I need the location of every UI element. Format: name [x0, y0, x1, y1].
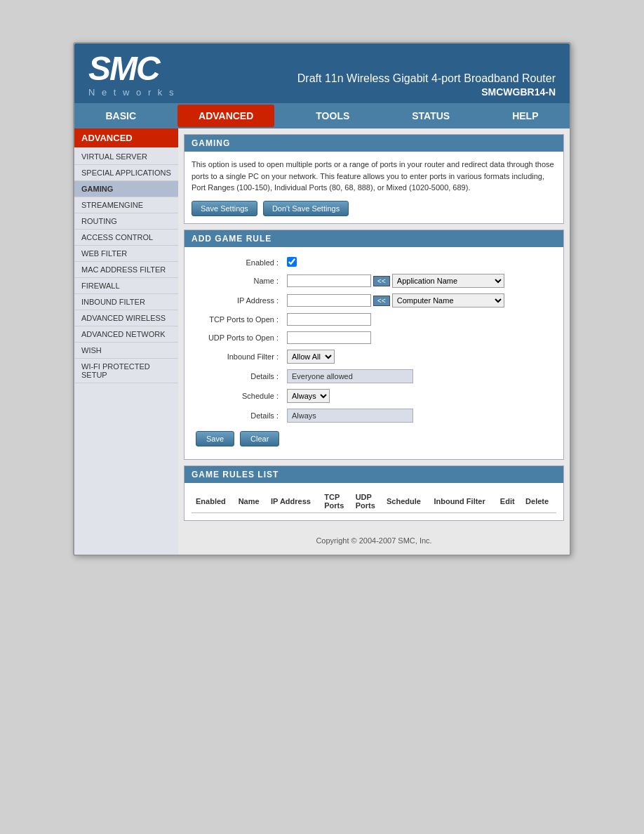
smc-logo: SMC	[88, 52, 175, 86]
col-delete: Delete	[521, 490, 556, 513]
schedule-select-row: Always	[287, 389, 552, 403]
application-name-select[interactable]: Application Name	[392, 274, 504, 288]
product-title: Draft 11n Wireless Gigabit 4-port Broadb…	[297, 72, 556, 85]
schedule-cell: Always	[283, 386, 556, 406]
networks-text: N e t w o r k s	[88, 87, 175, 98]
tcp-ports-input[interactable]	[287, 313, 371, 326]
gaming-btn-row: Save Settings Don't Save Settings	[192, 201, 556, 216]
product-model: SMCWGBR14-N	[297, 86, 556, 98]
schedule-row: Schedule : Always	[192, 386, 556, 406]
tcp-ports-label: TCP Ports to Open :	[192, 310, 283, 329]
header: SMC N e t w o r k s Draft 11n Wireless G…	[74, 44, 570, 103]
schedule-details-label: Details :	[192, 406, 283, 425]
header-right: Draft 11n Wireless Gigabit 4-port Broadb…	[297, 72, 556, 98]
ip-address-input[interactable]	[287, 294, 371, 307]
sidebar-item-web-filter[interactable]: WEB FILTER	[74, 246, 178, 262]
tcp-ports-cell	[283, 310, 556, 329]
tab-status[interactable]: STATUS	[391, 105, 471, 127]
col-enabled: Enabled	[192, 490, 234, 513]
clear-button[interactable]: Clear	[240, 431, 279, 446]
save-settings-button[interactable]: Save Settings	[192, 201, 257, 216]
game-rule-form: Enabled : Name : << Applicatio	[192, 254, 556, 425]
tab-help[interactable]: HELP	[491, 105, 559, 127]
sidebar-item-access-control[interactable]: ACCESS CONTROL	[74, 230, 178, 246]
sidebar-item-wish[interactable]: WISH	[74, 343, 178, 359]
inbound-filter-row: Inbound Filter : Allow All	[192, 347, 556, 366]
schedule-label: Schedule :	[192, 386, 283, 406]
tcp-ports-row: TCP Ports to Open :	[192, 310, 556, 329]
inbound-details-label: Details :	[192, 366, 283, 386]
udp-ports-cell	[283, 329, 556, 347]
sidebar-item-virtual-server[interactable]: VIRTUAL SERVER	[74, 149, 178, 165]
schedule-details-value: Always	[287, 409, 413, 423]
dont-save-settings-button[interactable]: Don't Save Settings	[263, 201, 349, 216]
col-udp: UDPPorts	[351, 490, 382, 513]
ip-address-label: IP Address :	[192, 291, 283, 310]
udp-ports-row: UDP Ports to Open :	[192, 329, 556, 347]
sidebar: ADVANCED VIRTUAL SERVER SPECIAL APPLICAT…	[74, 128, 178, 555]
inbound-filter-select[interactable]: Allow All	[287, 350, 335, 364]
sidebar-item-streamengine[interactable]: STREAMENGINE	[74, 197, 178, 213]
add-game-rule-title: ADD GAME RULE	[185, 230, 563, 247]
logo-area: SMC N e t w o r k s	[88, 52, 175, 98]
tab-basic[interactable]: BASIC	[84, 105, 157, 127]
sidebar-item-routing[interactable]: ROUTING	[74, 213, 178, 230]
game-rules-list-section: GAME RULES LIST Enabled Name IP Address …	[184, 465, 564, 521]
inbound-details-cell: Everyone allowed	[283, 366, 556, 386]
col-ip: IP Address	[267, 490, 320, 513]
col-inbound: Inbound Filter	[429, 490, 495, 513]
gaming-title: GAMING	[185, 135, 563, 152]
col-tcp: TCPPorts	[320, 490, 351, 513]
ip-arrow-btn[interactable]: <<	[373, 296, 390, 306]
router-frame: SMC N e t w o r k s Draft 11n Wireless G…	[73, 42, 571, 556]
ip-address-cell: << Computer Name	[283, 291, 556, 310]
sidebar-item-inbound-filter[interactable]: INBOUND FILTER	[74, 294, 178, 310]
tab-advanced[interactable]: ADVANCED	[177, 105, 274, 127]
col-name: Name	[234, 490, 267, 513]
main-content: ADVANCED VIRTUAL SERVER SPECIAL APPLICAT…	[74, 128, 570, 555]
enabled-checkbox[interactable]	[287, 257, 297, 267]
sidebar-item-mac-address-filter[interactable]: MAC ADDRESS FILTER	[74, 262, 178, 278]
udp-ports-input[interactable]	[287, 331, 371, 344]
add-game-rule-section: ADD GAME RULE Enabled : Name :	[184, 230, 564, 460]
sidebar-item-firewall[interactable]: FIREWALL	[74, 278, 178, 294]
name-arrow-btn[interactable]: <<	[373, 276, 390, 286]
rules-table: Enabled Name IP Address TCPPorts UDPPort…	[192, 490, 556, 513]
schedule-details-row: Details : Always	[192, 406, 556, 425]
udp-ports-label: UDP Ports to Open :	[192, 329, 283, 347]
save-button[interactable]: Save	[196, 431, 234, 446]
action-btn-row: Save Clear	[192, 425, 556, 452]
content-panel: GAMING This option is used to open multi…	[178, 128, 570, 555]
inbound-filter-label: Inbound Filter :	[192, 347, 283, 366]
schedule-select[interactable]: Always	[287, 389, 330, 403]
sidebar-item-advanced-network[interactable]: ADVANCED NETWORK	[74, 326, 178, 343]
gaming-section: GAMING This option is used to open multi…	[184, 134, 564, 224]
sidebar-item-gaming[interactable]: GAMING	[74, 181, 178, 197]
tab-tools[interactable]: TOOLS	[295, 105, 370, 127]
ip-address-row: IP Address : << Computer Name	[192, 291, 556, 310]
inbound-row: Allow All	[287, 350, 552, 364]
name-label: Name :	[192, 271, 283, 291]
game-rules-list-body: Enabled Name IP Address TCPPorts UDPPort…	[185, 483, 563, 520]
enabled-row: Enabled :	[192, 254, 556, 271]
rules-table-header: Enabled Name IP Address TCPPorts UDPPort…	[192, 490, 556, 513]
nav-tabs: BASIC ADVANCED TOOLS STATUS HELP	[74, 103, 570, 128]
footer: Copyright © 2004-2007 SMC, Inc.	[178, 527, 570, 555]
add-game-rule-body: Enabled : Name : << Applicatio	[185, 247, 563, 459]
enabled-label: Enabled :	[192, 254, 283, 271]
copyright-text: Copyright © 2004-2007 SMC, Inc.	[316, 536, 431, 545]
col-edit: Edit	[496, 490, 521, 513]
inbound-details-row: Details : Everyone allowed	[192, 366, 556, 386]
inbound-details-value: Everyone allowed	[287, 369, 413, 383]
sidebar-item-special-applications[interactable]: SPECIAL APPLICATIONS	[74, 165, 178, 181]
gaming-body: This option is used to open multiple por…	[185, 152, 563, 223]
schedule-details-cell: Always	[283, 406, 556, 425]
gaming-description: This option is used to open multiple por…	[192, 159, 556, 194]
sidebar-item-advanced-wireless[interactable]: ADVANCED WIRELESS	[74, 310, 178, 326]
inbound-filter-cell: Allow All	[283, 347, 556, 366]
name-input[interactable]	[287, 274, 371, 287]
sidebar-header: ADVANCED	[74, 128, 178, 147]
computer-name-select[interactable]: Computer Name	[392, 293, 504, 307]
sidebar-item-wifi-protected-setup[interactable]: WI-FI PROTECTED SETUP	[74, 359, 178, 383]
name-row: Name : << Application Name	[192, 271, 556, 291]
